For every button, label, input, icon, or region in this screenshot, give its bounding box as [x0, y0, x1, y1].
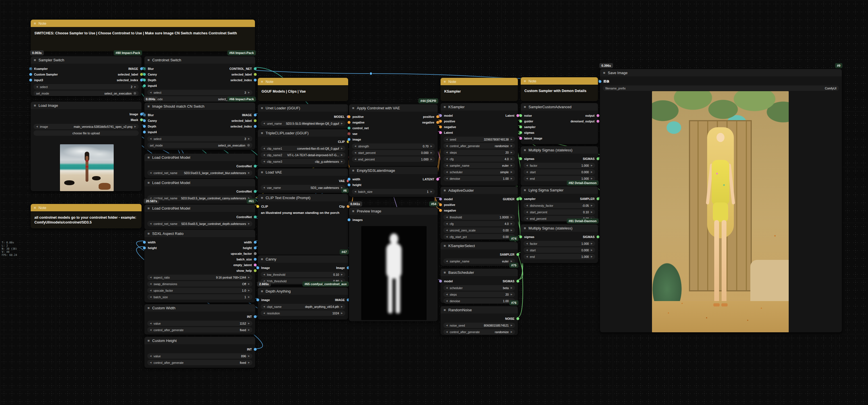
input-slot-图像[interactable]: 图像 — [598, 79, 609, 85]
combo-left-arrow-icon[interactable]: ◀ — [263, 312, 265, 314]
node-titlebar[interactable]: ≡BasicScheduler — [440, 269, 518, 276]
node-menu-icon[interactable]: ≡ — [148, 339, 150, 343]
output-dot-icon[interactable] — [596, 120, 599, 123]
output-slot-NOISE[interactable]: NOISE — [505, 316, 519, 322]
output-dot-icon[interactable] — [517, 114, 519, 117]
node-note-custom-sampler[interactable]: ≡NoteCustom Sampler with Demon Details — [520, 77, 598, 101]
combo-left-arrow-icon[interactable]: ◀ — [446, 293, 447, 296]
widget-aspect-ratio[interactable]: ◀aspect_ratio9:16 portrait 768×1344▶ — [147, 275, 252, 280]
node-menu-icon[interactable]: ≡ — [261, 196, 263, 200]
node-titlebar[interactable]: ≡Controlnet Switch — [144, 56, 255, 64]
combo-left-arrow-icon[interactable]: ◀ — [354, 158, 356, 161]
node-titlebar[interactable]: ≡Note — [521, 77, 598, 85]
input-slot-Latent[interactable]: Latent — [439, 130, 453, 135]
node-note-switches[interactable]: ≡NoteSWITCHES: Choose Sampler to Use | C… — [30, 19, 255, 52]
input-slot-width[interactable]: width — [348, 176, 360, 182]
node-titlebar[interactable]: ≡Note — [31, 204, 142, 211]
combo-left-arrow-icon[interactable]: ◀ — [526, 177, 528, 180]
widget-select[interactable]: ◀select3▶ — [147, 136, 252, 141]
combo-right-arrow-icon[interactable]: ▶ — [431, 158, 432, 161]
input-dot-icon[interactable] — [439, 126, 442, 128]
widget-sel-mode[interactable]: sel_modeselect_on_execution — [147, 142, 252, 148]
node-controlnet-switch[interactable]: #64 Impact-Pack≡Controlnet SwitchBlurCON… — [144, 56, 255, 102]
input-slot-Depth[interactable]: Depth — [143, 124, 156, 129]
output-slot-selected_label[interactable]: selected_label — [118, 72, 143, 77]
input-slot-image[interactable]: image — [348, 137, 361, 142]
input-dot-icon[interactable] — [439, 280, 442, 282]
node-lying-sigma-sampler[interactable]: #82 Detail-Daemon≡Lying Sigma Samplersam… — [520, 186, 598, 222]
combo-left-arrow-icon[interactable]: ◀ — [263, 154, 265, 156]
widget-clip-name3[interactable]: ◀clip_name3clip_g.safetensors▶ — [260, 159, 345, 164]
widget-start-percent[interactable]: ◀start_percent0.10▶ — [524, 209, 595, 215]
input-slot-positive[interactable]: positive — [439, 119, 455, 124]
output-slot-CONTROL_NET[interactable]: CONTROL_NET — [229, 66, 257, 72]
input-slot-sigmas[interactable]: sigmas — [519, 156, 534, 162]
output-dot-icon[interactable] — [254, 67, 257, 70]
output-slot-MODEL[interactable]: MODEL — [334, 114, 349, 120]
combo-right-arrow-icon[interactable]: ▶ — [511, 324, 513, 327]
output-slot-selected_index[interactable]: selected_index — [230, 77, 257, 83]
output-dot-icon[interactable] — [254, 125, 257, 128]
output-dot-icon[interactable] — [517, 198, 519, 201]
output-slot-empty_latent[interactable]: empty_latent — [234, 262, 257, 268]
node-menu-icon[interactable]: ≡ — [261, 79, 263, 84]
input-slot-model[interactable]: model — [439, 113, 453, 119]
combo-left-arrow-icon[interactable]: ◀ — [150, 91, 152, 94]
node-titlebar[interactable]: ≡Apply Controlnet with VAE — [349, 104, 438, 112]
widget-end-percent[interactable]: ◀end_percent1.000▶ — [352, 157, 435, 162]
toggle-icon[interactable] — [247, 144, 250, 146]
input-dot-icon[interactable] — [256, 205, 259, 208]
node-menu-icon[interactable]: ≡ — [524, 188, 526, 192]
combo-right-arrow-icon[interactable]: ▶ — [248, 322, 250, 325]
input-slot-Depth[interactable]: Depth — [143, 77, 156, 83]
node-titlebar[interactable]: ≡Load ControlNet Model — [144, 179, 255, 186]
combo-right-arrow-icon[interactable]: ▶ — [248, 172, 250, 174]
output-dot-icon[interactable] — [254, 252, 257, 255]
node-titlebar[interactable]: ≡Note — [440, 78, 518, 85]
input-slot-width[interactable]: width — [143, 239, 155, 245]
node-preview-image[interactable]: 0.041s#54≡Preview Imageimages — [349, 207, 438, 322]
output-slot-height[interactable]: height — [243, 245, 257, 251]
combo-right-arrow-icon[interactable]: ▶ — [248, 355, 250, 357]
output-slot-ControlNet[interactable]: ControlNet — [237, 163, 257, 169]
node-titlebar[interactable]: ≡Load VAE — [258, 168, 348, 176]
node-load-cn-blur[interactable]: ≡Load ControlNet ModelControlNet◀control… — [144, 154, 255, 179]
input-slot-Canny[interactable]: Canny — [143, 72, 157, 77]
output-slot-Clip[interactable]: Clip — [339, 204, 349, 209]
input-dot-icon[interactable] — [348, 127, 350, 130]
input-dot-icon[interactable] — [143, 125, 146, 128]
input-slot-sampler[interactable]: sampler — [519, 196, 535, 202]
node-titlebar[interactable]: ≡Sampler Switch — [31, 56, 142, 64]
output-dot-icon[interactable] — [517, 317, 519, 320]
widget-end[interactable]: ◀end1.000▶ — [524, 254, 595, 259]
combo-left-arrow-icon[interactable]: ◀ — [526, 204, 528, 207]
output-dot-icon[interactable] — [436, 121, 439, 124]
combo-left-arrow-icon[interactable]: ◀ — [526, 255, 528, 258]
output-slot-IMAGE[interactable]: IMAGE — [242, 112, 257, 118]
output-dot-icon[interactable] — [517, 253, 519, 256]
combo-left-arrow-icon[interactable]: ◀ — [446, 171, 447, 173]
output-dot-icon[interactable] — [254, 258, 257, 261]
node-menu-icon[interactable]: ≡ — [148, 104, 150, 108]
input-slot-negative[interactable]: negative — [439, 124, 456, 130]
node-unet-loader[interactable]: ≡Unet Loader (GGUF)MODEL◀unet_nameSD3.5-… — [257, 104, 348, 129]
combo-right-arrow-icon[interactable]: ▶ — [591, 249, 593, 251]
combo-right-arrow-icon[interactable]: ▶ — [248, 91, 250, 94]
combo-left-arrow-icon[interactable]: ◀ — [446, 177, 447, 180]
widget-strength[interactable]: ◀strength0.70▶ — [352, 143, 435, 149]
node-custom-width[interactable]: ≡Custom WidthINT◀value1152▶◀control_afte… — [144, 304, 255, 335]
input-slot-latent_image[interactable]: latent_image — [519, 135, 542, 141]
input-slot-negative[interactable]: negative — [348, 120, 365, 125]
widget-control-net-name[interactable]: ◀control_net_nameSD3.5\sd3.5_large_contr… — [147, 170, 252, 175]
combo-left-arrow-icon[interactable]: ◀ — [446, 324, 447, 327]
combo-left-arrow-icon[interactable]: ◀ — [150, 355, 152, 357]
combo-left-arrow-icon[interactable]: ◀ — [36, 86, 38, 88]
widget-scheduler[interactable]: ◀schedulerbeta▶ — [443, 285, 515, 291]
input-dot-icon[interactable] — [348, 138, 350, 141]
output-dot-icon[interactable] — [436, 178, 439, 181]
node-menu-icon[interactable]: ≡ — [34, 206, 36, 210]
node-custom-height[interactable]: ≡Custom HeightINT◀value896▶◀control_afte… — [144, 337, 255, 368]
output-dot-icon[interactable] — [517, 280, 519, 282]
node-titlebar[interactable]: ≡RandomNoise — [440, 306, 518, 313]
input-dot-icon[interactable] — [256, 266, 259, 269]
